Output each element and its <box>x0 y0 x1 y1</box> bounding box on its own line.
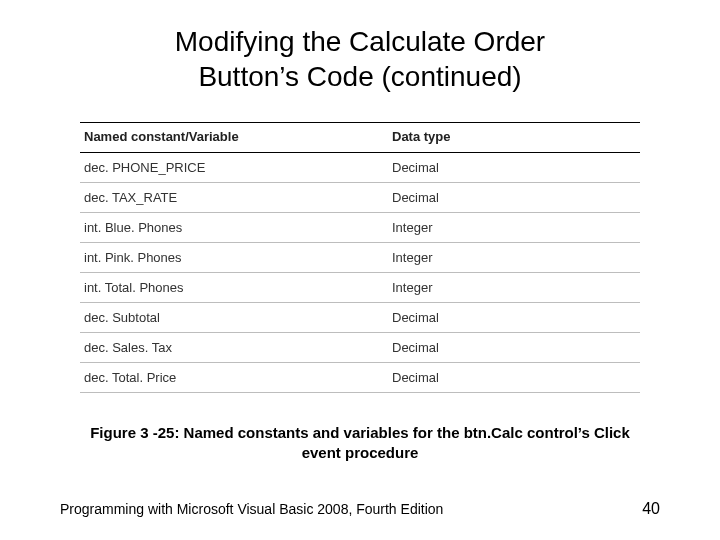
cell-name: dec. PHONE_PRICE <box>80 153 388 183</box>
footer-text: Programming with Microsoft Visual Basic … <box>60 501 443 517</box>
table-row: dec. TAX_RATE Decimal <box>80 183 640 213</box>
table-row: dec. PHONE_PRICE Decimal <box>80 153 640 183</box>
cell-type: Decimal <box>388 183 640 213</box>
table-row: int. Total. Phones Integer <box>80 273 640 303</box>
title-line-2: Button’s Code (continued) <box>198 61 521 92</box>
cell-type: Decimal <box>388 363 640 393</box>
cell-name: int. Total. Phones <box>80 273 388 303</box>
slide: Modifying the Calculate Order Button’s C… <box>0 0 720 540</box>
cell-name: int. Blue. Phones <box>80 213 388 243</box>
page-number: 40 <box>642 500 660 518</box>
slide-footer: Programming with Microsoft Visual Basic … <box>60 500 660 518</box>
figure-caption: Figure 3 -25: Named constants and variab… <box>90 423 630 462</box>
table-row: dec. Total. Price Decimal <box>80 363 640 393</box>
cell-type: Decimal <box>388 153 640 183</box>
cell-type: Decimal <box>388 333 640 363</box>
cell-name: dec. TAX_RATE <box>80 183 388 213</box>
table-header-row: Named constant/Variable Data type <box>80 123 640 153</box>
cell-type: Integer <box>388 243 640 273</box>
cell-type: Decimal <box>388 303 640 333</box>
table-row: int. Blue. Phones Integer <box>80 213 640 243</box>
cell-name: dec. Total. Price <box>80 363 388 393</box>
variables-table: Named constant/Variable Data type dec. P… <box>80 122 640 393</box>
table-row: dec. Sales. Tax Decimal <box>80 333 640 363</box>
table-row: int. Pink. Phones Integer <box>80 243 640 273</box>
cell-name: dec. Subtotal <box>80 303 388 333</box>
table-row: dec. Subtotal Decimal <box>80 303 640 333</box>
col-header-name: Named constant/Variable <box>80 123 388 153</box>
col-header-type: Data type <box>388 123 640 153</box>
cell-type: Integer <box>388 213 640 243</box>
cell-name: dec. Sales. Tax <box>80 333 388 363</box>
title-line-1: Modifying the Calculate Order <box>175 26 545 57</box>
cell-type: Integer <box>388 273 640 303</box>
slide-title: Modifying the Calculate Order Button’s C… <box>60 24 660 94</box>
cell-name: int. Pink. Phones <box>80 243 388 273</box>
variables-table-wrap: Named constant/Variable Data type dec. P… <box>80 122 640 393</box>
